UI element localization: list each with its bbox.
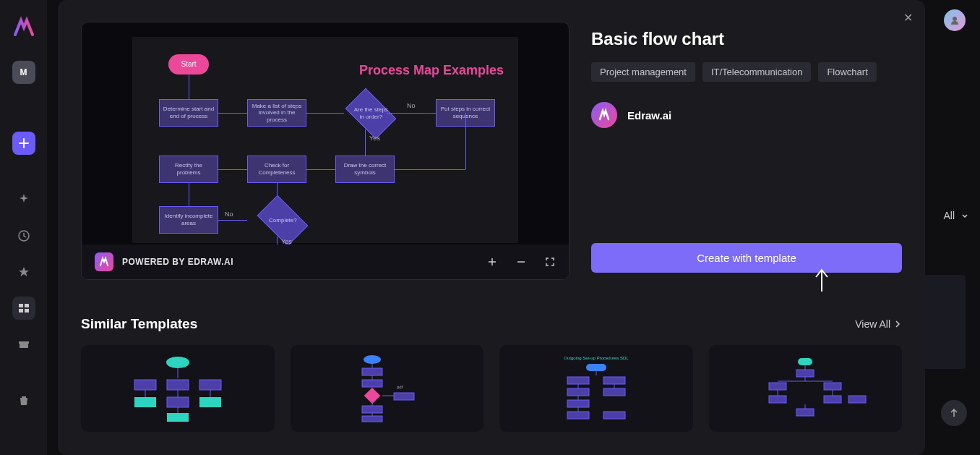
svg-rect-18 — [362, 406, 382, 413]
similar-template-2[interactable]: pdf — [291, 345, 484, 432]
node-rectify: Rectify the problems — [159, 156, 218, 183]
svg-rect-7 — [134, 380, 156, 390]
user-avatar[interactable] — [944, 9, 966, 31]
footer-brand-text: POWERED BY EDRAW.AI — [122, 257, 233, 267]
svg-rect-23 — [586, 364, 606, 371]
app-logo[interactable] — [11, 14, 37, 41]
close-button[interactable]: ✕ — [899, 9, 916, 26]
tag-project-management[interactable]: Project management — [591, 62, 695, 82]
tag-list: Project management IT/Telecommunication … — [591, 62, 902, 82]
svg-point-5 — [953, 17, 957, 21]
zoom-in-icon[interactable] — [486, 256, 498, 268]
svg-rect-9 — [199, 380, 221, 390]
svg-rect-13 — [167, 413, 189, 422]
similar-template-3[interactable]: Outgoing Set-up Procedures SDL — [499, 345, 693, 432]
svg-rect-1 — [19, 304, 23, 307]
svg-rect-12 — [199, 397, 221, 407]
svg-rect-28 — [567, 400, 589, 407]
similar-templates-section: Similar Templates View All — [81, 316, 902, 432]
view-all-link[interactable]: View All — [855, 318, 902, 330]
svg-rect-20 — [394, 393, 414, 400]
similar-heading: Similar Templates — [81, 316, 197, 332]
sidebar-workspace-badge[interactable]: M — [12, 61, 35, 84]
svg-rect-15 — [362, 368, 382, 375]
sidebar-archive-icon[interactable] — [12, 333, 35, 356]
template-preview: Process Map Examples Start Determine sta… — [81, 22, 569, 280]
node-check: Check for Completeness — [247, 156, 306, 183]
svg-rect-29 — [567, 412, 589, 419]
svg-rect-10 — [134, 397, 156, 407]
sidebar-templates-icon[interactable] — [12, 297, 35, 320]
svg-rect-34 — [824, 383, 841, 390]
template-title: Basic flow chart — [591, 29, 902, 49]
svg-rect-24 — [567, 377, 589, 384]
template-details: Basic flow chart Project management IT/T… — [591, 22, 902, 280]
svg-rect-32 — [796, 370, 814, 377]
svg-rect-33 — [769, 383, 786, 390]
sidebar-ai-icon[interactable] — [12, 188, 35, 211]
svg-rect-36 — [824, 396, 841, 403]
sidebar-trash-icon[interactable] — [12, 389, 35, 412]
svg-rect-27 — [603, 388, 625, 396]
sidebar: M — [0, 0, 47, 455]
svg-rect-30 — [603, 412, 625, 419]
node-order-question: Are the steps in order? — [345, 88, 397, 140]
svg-rect-8 — [167, 380, 189, 390]
svg-rect-2 — [25, 304, 29, 307]
chart-title: Process Map Examples — [359, 63, 504, 78]
template-detail-modal: ✕ Process Map Examples Start Determine s… — [58, 0, 925, 455]
arrow-annotation-icon — [812, 267, 831, 293]
svg-rect-19 — [362, 416, 382, 422]
node-identify: Identify incomplete areas — [159, 206, 218, 234]
sidebar-star-icon[interactable] — [12, 260, 35, 284]
fullscreen-icon[interactable] — [544, 256, 556, 268]
svg-rect-3 — [19, 309, 23, 312]
node-start: Start — [168, 54, 209, 75]
filter-all[interactable]: All — [943, 210, 969, 221]
edge-no1: No — [407, 102, 416, 109]
zoom-out-icon[interactable] — [515, 256, 527, 268]
svg-rect-16 — [362, 380, 382, 387]
sidebar-new-button[interactable] — [12, 132, 35, 155]
svg-rect-26 — [567, 388, 589, 396]
svg-rect-17 — [364, 388, 381, 404]
tag-flowchart[interactable]: Flowchart — [818, 62, 876, 82]
template-author[interactable]: Edraw.ai — [591, 102, 902, 128]
scroll-to-top-button[interactable] — [941, 400, 967, 426]
node-draw: Draw the correct symbols — [335, 156, 395, 183]
svg-text:pdf: pdf — [397, 385, 403, 389]
svg-rect-37 — [848, 396, 866, 403]
edge-yes1: Yes — [369, 135, 380, 142]
tag-it-telecom[interactable]: IT/Telecommunication — [702, 62, 811, 82]
similar-template-4[interactable] — [709, 345, 903, 432]
preview-footer: POWERED BY EDRAW.AI — [82, 244, 569, 279]
svg-rect-11 — [167, 397, 189, 407]
edraw-logo-icon — [95, 252, 113, 271]
svg-rect-31 — [798, 358, 812, 365]
sidebar-clock-icon[interactable] — [12, 224, 35, 247]
node-determine: Determine start and end of process — [159, 99, 218, 127]
svg-point-14 — [364, 355, 381, 364]
svg-rect-38 — [796, 409, 814, 416]
svg-rect-4 — [25, 309, 29, 312]
svg-rect-35 — [769, 396, 786, 403]
edge-no2: No — [225, 211, 233, 218]
author-name: Edraw.ai — [627, 109, 671, 122]
svg-text:Outgoing Set-up Procedures SDL: Outgoing Set-up Procedures SDL — [564, 356, 629, 360]
author-avatar-icon — [591, 102, 617, 128]
node-list: Make a list of steps involved in the pro… — [247, 99, 306, 127]
create-with-template-button[interactable]: Create with template — [591, 243, 902, 273]
svg-point-6 — [166, 357, 189, 368]
similar-template-1[interactable] — [81, 345, 275, 432]
svg-rect-25 — [603, 377, 625, 384]
